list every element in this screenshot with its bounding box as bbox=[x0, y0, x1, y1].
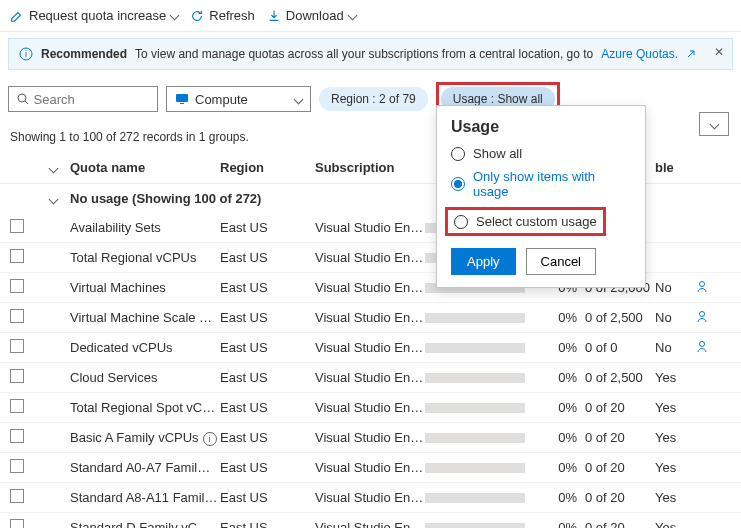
cell-usage-bar bbox=[425, 403, 545, 413]
cell-adjustable: Yes bbox=[655, 520, 695, 528]
cell-quota-name: Total Regional Spot vCPUs bbox=[70, 400, 220, 415]
cell-percent: 0% bbox=[545, 400, 585, 415]
azure-quotas-link[interactable]: Azure Quotas. bbox=[601, 47, 678, 61]
cell-subscription: Visual Studio En… bbox=[315, 460, 425, 475]
cell-adjustable: Yes bbox=[655, 400, 695, 415]
chevron-down-icon bbox=[294, 94, 304, 104]
usage-option-show-all[interactable]: Show all bbox=[451, 146, 631, 161]
info-icon: i bbox=[19, 47, 33, 61]
svg-rect-4 bbox=[180, 103, 184, 104]
label: Refresh bbox=[209, 8, 255, 23]
cell-percent: 0% bbox=[545, 460, 585, 475]
cell-adjustable: Yes bbox=[655, 370, 695, 385]
cell-usage-bar bbox=[425, 493, 545, 503]
download-button[interactable]: Download bbox=[267, 8, 356, 23]
region-filter-pill[interactable]: Region : 2 of 79 bbox=[319, 87, 428, 111]
row-checkbox[interactable] bbox=[10, 219, 24, 233]
table-row[interactable]: Cloud ServicesEast USVisual Studio En…0%… bbox=[0, 363, 741, 393]
cell-subscription: Visual Studio En… bbox=[315, 400, 425, 415]
row-checkbox[interactable] bbox=[10, 519, 24, 528]
cell-usage: 0 of 2,500 bbox=[585, 370, 655, 385]
row-checkbox[interactable] bbox=[10, 489, 24, 503]
cell-quota-name: Basic A Family vCPUsi bbox=[70, 430, 220, 446]
cell-region: East US bbox=[220, 400, 315, 415]
row-checkbox[interactable] bbox=[10, 339, 24, 353]
cell-percent: 0% bbox=[545, 520, 585, 528]
command-bar: Request quota increase Refresh Download bbox=[0, 0, 741, 32]
option-label[interactable]: Select custom usage bbox=[476, 214, 597, 229]
row-checkbox[interactable] bbox=[10, 309, 24, 323]
cell-usage: 0 of 20 bbox=[585, 400, 655, 415]
row-checkbox[interactable] bbox=[10, 459, 24, 473]
table-row[interactable]: Dedicated vCPUsEast USVisual Studio En…0… bbox=[0, 333, 741, 363]
banner-text: To view and manage quotas across all you… bbox=[135, 47, 593, 61]
cancel-button[interactable]: Cancel bbox=[526, 248, 596, 275]
table-row[interactable]: Virtual Machine Scale SetsEast USVisual … bbox=[0, 303, 741, 333]
svg-point-5 bbox=[700, 282, 705, 287]
refresh-button[interactable]: Refresh bbox=[190, 8, 255, 23]
col-adjustable[interactable]: ble bbox=[655, 160, 695, 175]
cell-adjustable: Yes bbox=[655, 490, 695, 505]
cell-region: East US bbox=[220, 490, 315, 505]
row-checkbox[interactable] bbox=[10, 429, 24, 443]
popup-buttons: Apply Cancel bbox=[451, 248, 631, 275]
compute-icon bbox=[175, 93, 189, 105]
chevron-down-icon bbox=[49, 195, 59, 205]
cell-subscription: Visual Studio En… bbox=[315, 250, 425, 265]
cell-percent: 0% bbox=[545, 370, 585, 385]
usage-option-with-usage[interactable]: Only show items with usage bbox=[451, 169, 631, 199]
cell-percent: 0% bbox=[545, 490, 585, 505]
search-input-wrapper[interactable] bbox=[8, 86, 158, 112]
row-checkbox[interactable] bbox=[10, 369, 24, 383]
option-label: Show all bbox=[473, 146, 522, 161]
info-icon[interactable]: i bbox=[203, 432, 217, 446]
column-options-button[interactable] bbox=[699, 112, 729, 136]
col-subscription[interactable]: Subscription bbox=[315, 160, 425, 175]
table-row[interactable]: Standard A8-A11 Family …iEast USVisual S… bbox=[0, 483, 741, 513]
provider-label: Compute bbox=[195, 92, 248, 107]
person-icon bbox=[695, 339, 709, 353]
table-row[interactable]: Total Regional Spot vCPUsEast USVisual S… bbox=[0, 393, 741, 423]
row-checkbox[interactable] bbox=[10, 399, 24, 413]
provider-dropdown[interactable]: Compute bbox=[166, 86, 311, 112]
row-checkbox[interactable] bbox=[10, 249, 24, 263]
svg-point-7 bbox=[700, 342, 705, 347]
table-row[interactable]: Basic A Family vCPUsiEast USVisual Studi… bbox=[0, 423, 741, 453]
person-icon bbox=[695, 279, 709, 293]
request-quota-button[interactable]: Request quota increase bbox=[10, 8, 178, 23]
search-input[interactable] bbox=[34, 92, 150, 107]
row-checkbox[interactable] bbox=[10, 279, 24, 293]
col-quota-name[interactable]: Quota name bbox=[70, 160, 220, 175]
cell-subscription: Visual Studio En… bbox=[315, 370, 425, 385]
cell-usage: 0 of 20 bbox=[585, 520, 655, 528]
group-label: No usage (Showing 100 of 272) bbox=[70, 191, 261, 206]
custom-option-highlight: Select custom usage bbox=[445, 207, 606, 236]
cell-quota-name: Virtual Machine Scale Sets bbox=[70, 310, 220, 325]
radio-icon bbox=[451, 177, 465, 191]
cell-usage: 0 of 20 bbox=[585, 490, 655, 505]
label: Download bbox=[286, 8, 344, 23]
apply-button[interactable]: Apply bbox=[451, 248, 516, 275]
cell-usage-bar bbox=[425, 343, 545, 353]
chevron-down-icon[interactable] bbox=[49, 164, 59, 174]
cell-action[interactable] bbox=[695, 279, 719, 296]
cell-action[interactable] bbox=[695, 339, 719, 356]
refresh-icon bbox=[190, 9, 204, 23]
banner-title: Recommended bbox=[41, 47, 127, 61]
cell-region: East US bbox=[220, 250, 315, 265]
cell-action[interactable] bbox=[695, 309, 719, 326]
recommendation-banner: i Recommended To view and manage quotas … bbox=[8, 38, 733, 70]
cell-percent: 0% bbox=[545, 430, 585, 445]
cell-usage-bar bbox=[425, 313, 545, 323]
radio-icon bbox=[451, 147, 465, 161]
col-region[interactable]: Region bbox=[220, 160, 315, 175]
radio-icon bbox=[454, 215, 468, 229]
table-row[interactable]: Standard A0-A7 Famil…iEast USVisual Stud… bbox=[0, 453, 741, 483]
cell-quota-name: Standard A8-A11 Family …i bbox=[70, 490, 220, 506]
banner-close[interactable]: ✕ bbox=[714, 45, 724, 59]
svg-rect-3 bbox=[176, 94, 188, 102]
person-icon bbox=[695, 309, 709, 323]
table-row[interactable]: Standard D Family vC…iEast USVisual Stud… bbox=[0, 513, 741, 528]
cell-adjustable: No bbox=[655, 310, 695, 325]
cell-subscription: Visual Studio En… bbox=[315, 220, 425, 235]
